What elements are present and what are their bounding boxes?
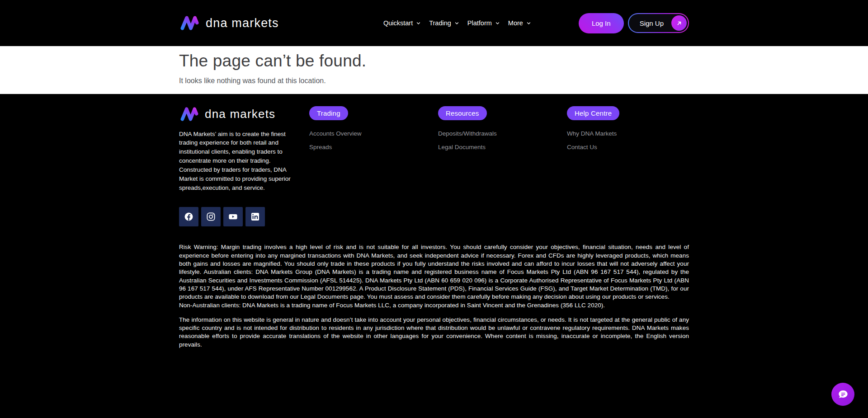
nav-item-platform[interactable]: Platform: [465, 17, 502, 29]
footer-column-help-centre: Help Centre Why DNA Markets Contact Us: [567, 106, 689, 227]
instagram-icon: [205, 211, 217, 222]
disclaimer-text: The information on this website is gener…: [179, 316, 689, 349]
footer: dna markets DNA Markets’ aim is to creat…: [0, 94, 868, 349]
header-actions: Log In Sign Up: [579, 13, 689, 33]
chat-bubble-icon: [837, 388, 849, 401]
footer-column-resources: Resources Deposits/Withdrawals Legal Doc…: [438, 106, 567, 227]
dna-markets-logo-icon: [179, 15, 200, 31]
logo-text: dna markets: [206, 16, 279, 30]
youtube-button[interactable]: [223, 207, 243, 226]
footer-about-column: dna markets DNA Markets’ aim is to creat…: [179, 106, 309, 227]
footer-link-contact-us[interactable]: Contact Us: [567, 143, 597, 151]
legal-section: Risk Warning: Margin trading involves a …: [179, 243, 689, 349]
nav-item-more[interactable]: More: [506, 17, 533, 29]
signup-label: Sign Up: [640, 19, 664, 27]
facebook-icon: [183, 211, 194, 222]
instagram-button[interactable]: [201, 207, 221, 226]
signup-button[interactable]: Sign Up: [628, 13, 689, 33]
linkedin-icon: [250, 211, 261, 222]
column-heading-badge: Help Centre: [567, 106, 619, 120]
dna-markets-logo-icon: [179, 106, 200, 122]
login-button[interactable]: Log In: [579, 13, 624, 33]
page-title: The page can’t be found.: [179, 52, 689, 71]
not-found-section: The page can’t be found. It looks like n…: [0, 46, 868, 94]
chat-launcher-button[interactable]: [831, 383, 854, 406]
footer-link-legal-documents[interactable]: Legal Documents: [438, 143, 486, 151]
linkedin-button[interactable]: [245, 207, 265, 226]
main-nav: Quickstart Trading Platform More: [381, 17, 533, 29]
social-links: [179, 207, 309, 226]
arrow-up-right-icon: [671, 15, 687, 31]
footer-column-trading: Trading Accounts Overview Spreads: [309, 106, 438, 227]
page-subtitle: It looks like nothing was found at this …: [179, 77, 689, 85]
footer-logo[interactable]: dna markets: [179, 106, 309, 122]
chevron-down-icon: [526, 21, 531, 26]
footer-link-accounts-overview[interactable]: Accounts Overview: [309, 130, 362, 137]
facebook-button[interactable]: [179, 207, 198, 226]
nav-item-quickstart[interactable]: Quickstart: [381, 17, 423, 29]
dna-markets-logo[interactable]: dna markets: [179, 15, 279, 31]
footer-logo-text: dna markets: [205, 107, 275, 121]
risk-warning-text: Risk Warning: Margin trading involves a …: [179, 243, 689, 301]
chevron-down-icon: [495, 21, 500, 26]
nav-item-trading[interactable]: Trading: [427, 17, 462, 29]
footer-link-why-dna-markets[interactable]: Why DNA Markets: [567, 130, 617, 137]
chevron-down-icon: [454, 21, 459, 26]
youtube-icon: [227, 211, 239, 222]
column-heading-badge: Trading: [309, 106, 348, 120]
footer-link-spreads[interactable]: Spreads: [309, 143, 332, 151]
non-australian-text: Non-Australian clients: DNA Markets is a…: [179, 301, 689, 310]
chevron-down-icon: [416, 21, 421, 26]
column-heading-badge: Resources: [438, 106, 487, 120]
top-navbar: dna markets Quickstart Trading Platform …: [0, 0, 868, 46]
footer-about-text: DNA Markets’ aim is to create the finest…: [179, 130, 297, 193]
footer-link-deposits-withdrawals[interactable]: Deposits/Withdrawals: [438, 130, 497, 137]
